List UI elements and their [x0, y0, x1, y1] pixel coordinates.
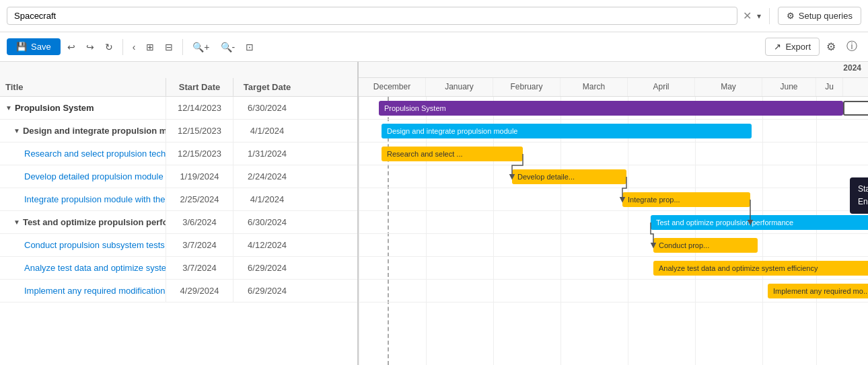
export-icon: ↗	[774, 42, 781, 52]
cell-start: 12/15/2023	[166, 120, 233, 142]
month-col-april: April	[628, 78, 695, 96]
cell-start: 3/7/2024	[166, 257, 233, 279]
gantt-bar-b8[interactable]: Implement any required mo...	[768, 284, 868, 298]
cell-start: 1/19/2024	[166, 165, 233, 188]
gantt-body: Propulsion SystemDesign and integrate pr…	[359, 97, 868, 365]
table-body: ▼ Propulsion System 12/14/2023 6/30/2024…	[0, 97, 357, 365]
col-start-header: Start Date	[166, 78, 233, 96]
table-row[interactable]: ▼ Design and integrate propulsion module…	[0, 120, 357, 143]
collapse-button[interactable]: ⊟	[161, 39, 177, 55]
col-target-header: Target Date	[233, 78, 301, 96]
expand-icon[interactable]: ▼	[13, 127, 20, 134]
layout-button[interactable]: ⊡	[242, 39, 258, 55]
table-row[interactable]: Integrate propulsion module with the... …	[0, 188, 357, 211]
cell-start: 3/7/2024	[166, 234, 233, 256]
cell-title: ▼ Propulsion System	[0, 97, 166, 119]
separator	[769, 8, 770, 24]
cell-title: Analyze test data and optimize syste...	[0, 257, 166, 279]
row-title-text: Integrate propulsion module with the...	[24, 194, 166, 204]
month-col-ju: Ju	[816, 78, 843, 96]
refresh-button[interactable]: ↻	[101, 39, 117, 55]
month-col-december: December	[359, 78, 426, 96]
expand-icon[interactable]: ▼	[5, 104, 12, 112]
gantt-area: 2024 DecemberJanuaryFebruaryMarchAprilMa…	[359, 62, 868, 365]
setup-queries-label: Setup queries	[799, 11, 853, 21]
save-label: Save	[31, 42, 51, 52]
cell-start: 3/6/2024	[166, 211, 233, 233]
row-title-text: Test and optimize propulsion performan..…	[23, 217, 166, 227]
cell-start: 2/25/2024	[166, 188, 233, 210]
cell-start: 4/29/2024	[166, 280, 233, 302]
zoom-out-button[interactable]: 🔍-	[217, 39, 240, 55]
table-row[interactable]: Research and select propulsion techn... …	[0, 143, 357, 165]
month-col-june: June	[762, 78, 816, 96]
year-label: 2024	[843, 63, 861, 73]
gantt-bar-b3[interactable]: Develop detaile...	[512, 169, 626, 184]
redo-left-button[interactable]: ↪	[82, 39, 98, 55]
row-title-text: Research and select propulsion techn...	[24, 149, 166, 159]
row-title-text: Design and integrate propulsion module	[23, 126, 166, 136]
gantt-bar-b1[interactable]: Design and integrate propulsion module	[382, 124, 752, 138]
gantt-bar-b5[interactable]: Test and optimize propulsion performance	[651, 215, 868, 230]
table-row[interactable]: Analyze test data and optimize syste... …	[0, 257, 357, 280]
prev-button[interactable]: ‹	[129, 39, 140, 55]
gantt-bar-b4[interactable]: Integrate prop...	[622, 192, 750, 207]
save-button[interactable]: 💾 Save	[7, 38, 61, 55]
month-col-may: May	[695, 78, 762, 96]
separator-1	[122, 39, 123, 55]
add-button[interactable]: ⊞	[142, 39, 158, 55]
cell-target: 1/31/2024	[233, 143, 301, 165]
cell-target: 4/1/2024	[233, 188, 301, 210]
settings-button[interactable]: ⚙	[822, 38, 840, 56]
export-label: Export	[785, 42, 811, 52]
undo-button[interactable]: ↩	[63, 39, 79, 55]
setup-queries-icon: ⚙	[787, 11, 795, 21]
month-col-february: February	[493, 78, 560, 96]
gantt-row	[359, 188, 868, 211]
cell-title: Research and select propulsion techn...	[0, 143, 166, 165]
table-header: Title Start Date Target Date	[0, 62, 357, 97]
row-title-text: Develop detailed propulsion module ...	[24, 171, 166, 181]
cell-start: 12/14/2023	[166, 97, 233, 119]
gantt-year-row: 2024	[359, 62, 868, 78]
table-row[interactable]: Develop detailed propulsion module ... 1…	[0, 165, 357, 188]
cell-target: 2/24/2024	[233, 165, 301, 188]
cell-target: 4/12/2024	[233, 234, 301, 256]
cell-title: Implement any required modifications...	[0, 280, 166, 302]
row-title-text: Analyze test data and optimize syste...	[24, 263, 166, 273]
cell-target: 6/30/2024	[233, 97, 301, 119]
gantt-bar-b0o[interactable]	[843, 101, 868, 116]
table-row[interactable]: Implement any required modifications... …	[0, 280, 357, 302]
zoom-in-button[interactable]: 🔍+	[188, 39, 213, 55]
top-bar: ✕ ▾ ⚙ Setup queries	[0, 0, 868, 32]
gantt-header: 2024 DecemberJanuaryFebruaryMarchAprilMa…	[359, 62, 868, 97]
cell-title: Develop detailed propulsion module ...	[0, 165, 166, 188]
search-input[interactable]	[7, 7, 737, 25]
cell-title: ▼ Design and integrate propulsion module	[0, 120, 166, 142]
expand-icon[interactable]: ▼	[13, 218, 20, 226]
cell-target: 6/29/2024	[233, 257, 301, 279]
gantt-bar-b6[interactable]: Conduct prop...	[653, 238, 758, 253]
gantt-row	[359, 234, 868, 257]
clear-search-button[interactable]: ✕	[743, 11, 752, 22]
export-button[interactable]: ↗ Export	[765, 38, 820, 56]
table-row[interactable]: ▼ Propulsion System 12/14/2023 6/30/2024	[0, 97, 357, 120]
setup-queries-button[interactable]: ⚙ Setup queries	[778, 7, 861, 25]
cell-target: 4/1/2024	[233, 120, 301, 142]
cell-title: Integrate propulsion module with the...	[0, 188, 166, 210]
gantt-bar-b0[interactable]: Propulsion System	[379, 101, 843, 116]
gantt-bar-b2[interactable]: Research and select ...	[382, 147, 523, 161]
row-title-text: Propulsion System	[15, 103, 94, 113]
dropdown-button[interactable]: ▾	[757, 11, 761, 21]
separator-2	[182, 39, 183, 55]
month-col-march: March	[560, 78, 628, 96]
table-row[interactable]: Conduct propulsion subsystem tests 3/7/2…	[0, 234, 357, 257]
cell-target: 6/30/2024	[233, 211, 301, 233]
month-col-january: January	[426, 78, 493, 96]
save-icon: 💾	[16, 42, 27, 52]
gantt-bar-b7[interactable]: Analyze test data and optimize system ef…	[653, 261, 868, 276]
info-button[interactable]: ⓘ	[842, 37, 861, 56]
main-content: Title Start Date Target Date ▼ Propulsio…	[0, 62, 868, 365]
left-table: Title Start Date Target Date ▼ Propulsio…	[0, 62, 359, 365]
table-row[interactable]: ▼ Test and optimize propulsion performan…	[0, 211, 357, 234]
